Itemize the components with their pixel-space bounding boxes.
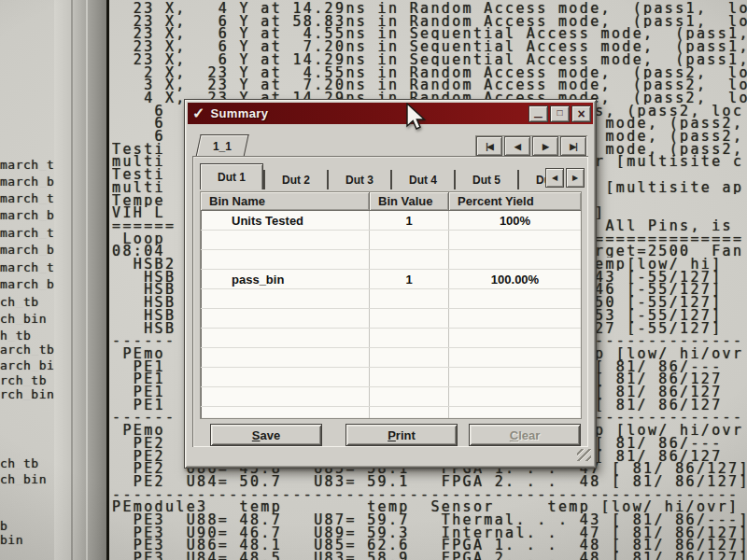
table-header: Bin NameBin ValuePercent Yield: [201, 192, 581, 211]
table-cell: [370, 368, 449, 386]
tab-dut-1[interactable]: Dut 1: [200, 163, 263, 189]
table-cell: [370, 387, 449, 406]
console-text: p [low/ hi/ovr: [595, 347, 747, 360]
console-text: 23 X, 4 Y at 14.29ns in Random Access mo…: [112, 2, 747, 15]
table-cell: [370, 309, 449, 328]
nav-first-button[interactable]: |◀: [476, 136, 502, 156]
console-row: PE3 U86= 48.1 U85= 62.6 FPGA 1. . . 48 […: [0, 539, 747, 552]
table-cell: [201, 407, 370, 419]
table-cell: 1: [370, 270, 449, 288]
page-tab-label: 1_1: [213, 140, 232, 153]
table-cell: [201, 250, 370, 269]
table-cell: [449, 289, 581, 308]
table-cell: [370, 231, 449, 249]
table-cell: [370, 289, 449, 308]
console-text: 23 X, 6 Y at 4.55ns in Sequential Access…: [112, 27, 747, 40]
tab-scroll-left-button[interactable]: ◀: [545, 168, 564, 188]
dialog-titlebar[interactable]: ✓ Summary —□×: [188, 103, 593, 124]
last-icon: ▶|: [570, 142, 576, 151]
console-row: PE3 U88= 48.7 U87= 59.7 Thermal. . . 43 …: [0, 513, 747, 526]
column-header: Bin Name: [201, 192, 370, 211]
console-text: _All_Pins, is: [595, 219, 747, 232]
nav-prev-button[interactable]: ◀: [504, 136, 530, 156]
table-cell: [370, 250, 449, 269]
console-row: 23 X, 6 Y at 4.55ns in Sequential Access…: [0, 27, 747, 40]
nav-last-button[interactable]: ▶|: [560, 136, 586, 156]
table-cell: 100%: [449, 211, 581, 230]
console-text: 23 X, 6 Y at 14.29ns in Sequential Acces…: [112, 53, 747, 66]
tab-dut-5[interactable]: Dut 5: [454, 170, 517, 189]
clear-button: Clear: [469, 424, 581, 446]
table-row: [201, 387, 581, 407]
table-row: [201, 368, 581, 387]
console-text: multi: [112, 181, 184, 194]
arrow-right-icon: ▶: [572, 174, 578, 182]
console-text: HSB: [112, 322, 184, 335]
first-icon: |◀: [486, 142, 492, 151]
maximize-button[interactable]: □: [550, 105, 570, 122]
console-row: PE2 U84= 50.7 U83= 59.1 FPGA 2. . . 48 […: [0, 475, 747, 488]
tab-page-panel: Dut 1Dut 2Dut 3Dut 4Dut 5Dut 6 ◀ ▶ Bin N…: [192, 156, 588, 447]
close-button[interactable]: ×: [571, 105, 591, 122]
table-row: [201, 309, 581, 329]
save-button[interactable]: Save: [210, 424, 322, 446]
action-buttons-row: SavePrintClear: [192, 424, 588, 444]
tab-dut-2[interactable]: Dut 2: [263, 170, 327, 189]
print-button[interactable]: Print: [345, 424, 458, 446]
console-text: PEmo: [112, 347, 184, 360]
arrow-left-icon: ◀: [552, 174, 557, 182]
tab-scroll-right-button[interactable]: ▶: [566, 168, 585, 188]
button-label: Save: [252, 428, 280, 442]
console-text: PE1: [112, 385, 184, 399]
console-text: 6: [112, 117, 184, 130]
table-cell: [370, 348, 449, 367]
console-text: Loop: [112, 232, 184, 245]
console-row: 23 X, 4 Y at 14.29ns in Random Access mo…: [0, 2, 747, 15]
console-text: 23 X, 6 Y at 58.83ns in Random Access mo…: [112, 15, 747, 28]
console-text: 53 [-55/127]: [595, 309, 747, 322]
table-cell: [201, 387, 370, 406]
next-icon: ▶: [543, 142, 548, 151]
console-text: 27 [-55/127]: [595, 322, 747, 335]
minimize-button[interactable]: —: [529, 105, 548, 122]
nav-next-button[interactable]: ▶: [532, 136, 558, 156]
table-cell: [201, 348, 370, 367]
console-text: VIH L: [112, 206, 184, 219]
prev-icon: ◀: [514, 142, 520, 151]
table-cell: pass_bin: [201, 270, 370, 288]
console-row: ----------------------------------------…: [0, 488, 747, 501]
console-text: HSB: [112, 296, 184, 309]
console-text: Testi: [112, 168, 184, 181]
tab-1-1[interactable]: 1_1: [195, 134, 248, 158]
console-text: [ 81/ 86/---: [595, 360, 747, 373]
tab-dut-4[interactable]: Dut 4: [390, 170, 454, 189]
table-row: [201, 250, 581, 270]
console-row: PE3 U90= 46.7 U89= 59.3 Internal. . 47 […: [0, 526, 747, 539]
minimize-icon: —: [534, 112, 543, 121]
console-text: PE3 U88= 48.7 U87= 59.7 Thermal. . . 43 …: [112, 513, 747, 526]
console-text: multi: [112, 155, 184, 168]
table-row: Units Tested1100%: [201, 211, 581, 231]
tab-scroll-buttons: ◀ ▶: [545, 168, 585, 188]
console-text: PE1: [112, 399, 184, 412]
console-text: PE2: [112, 450, 184, 463]
console-text: 3 X, 23 Y at 7.20ns in Random Access mod…: [112, 78, 747, 91]
console-row: 2 X, 23 Y at 4.55ns in Random Access mod…: [0, 66, 747, 79]
console-text: ]: [595, 206, 747, 219]
dut-tabs: Dut 1Dut 2Dut 3Dut 4Dut 5Dut 6: [200, 163, 555, 189]
table-cell: 100.00%: [449, 270, 581, 288]
console-text: PE1: [112, 360, 184, 373]
table-cell: [201, 231, 370, 249]
console-text: [multisite_ap: [595, 181, 747, 194]
console-text: [ 81/ 86/---: [595, 437, 747, 450]
console-text: s, (pass2, loc: [595, 105, 747, 118]
table-cell: [201, 309, 370, 328]
console-text: 08:04: [112, 245, 184, 258]
bin-results-table: Bin NameBin ValuePercent Yield Units Tes…: [200, 191, 582, 419]
resize-grip[interactable]: [577, 449, 591, 461]
console-row: 23 X, 6 Y at 7.20ns in Sequential Access…: [0, 40, 747, 53]
dialog-title: Summary: [210, 106, 268, 120]
table-cell: [201, 368, 370, 386]
summary-dialog: ✓ Summary —□× 1_1 |◀◀▶▶| Dut 1Dut 2Dut 3…: [184, 99, 597, 469]
tab-dut-3[interactable]: Dut 3: [327, 170, 390, 189]
